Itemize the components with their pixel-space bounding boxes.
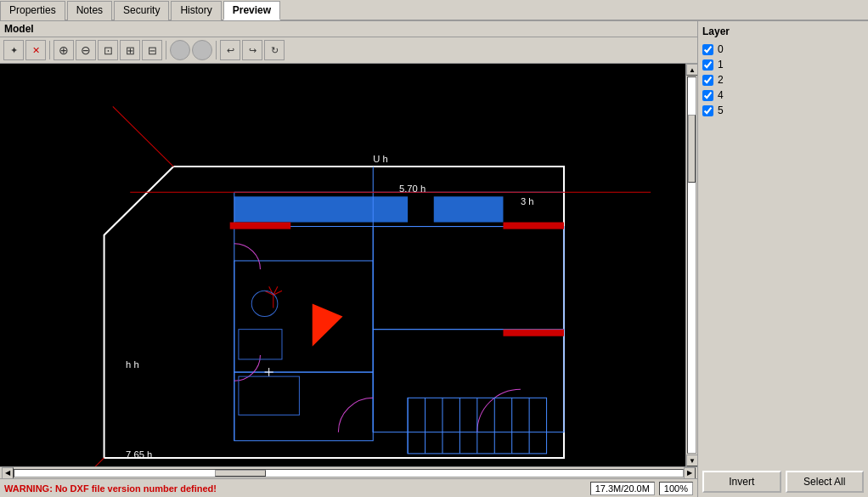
layer-title: Layer bbox=[702, 25, 864, 37]
h-scroll-track[interactable] bbox=[14, 469, 684, 477]
layer-item-1[interactable]: 1 bbox=[702, 57, 864, 72]
status-bar: WARNING: No DXF file version number defi… bbox=[0, 478, 697, 497]
toolbar-sep-3 bbox=[216, 41, 217, 59]
status-zoom: 100% bbox=[659, 482, 693, 495]
toolbar-btn-zoom-extent[interactable]: ⊞ bbox=[120, 40, 140, 60]
toolbar-btn-redo[interactable]: ↪ bbox=[242, 40, 262, 60]
layer-label-2[interactable]: 2 bbox=[718, 74, 724, 86]
layer-item-0[interactable]: 0 bbox=[702, 42, 864, 57]
invert-button[interactable]: Invert bbox=[702, 471, 781, 493]
toolbar-btn-zoom-in[interactable]: ⊕ bbox=[54, 40, 74, 60]
layer-label-0[interactable]: 0 bbox=[718, 43, 724, 55]
layer-buttons: Invert Select All bbox=[702, 471, 864, 493]
blueprint-canvas[interactable] bbox=[0, 64, 685, 466]
layer-checkbox-2[interactable] bbox=[702, 75, 713, 86]
v-scroll-up[interactable]: ▲ bbox=[686, 64, 697, 76]
layer-list: 0 1 2 4 5 bbox=[702, 42, 864, 466]
layer-checkbox-1[interactable] bbox=[702, 59, 713, 71]
tab-security[interactable]: Security bbox=[114, 1, 169, 20]
layer-checkbox-4[interactable] bbox=[702, 90, 713, 101]
tab-notes[interactable]: Notes bbox=[67, 1, 112, 20]
tabs-bar: Properties Notes Security History Previe… bbox=[0, 0, 868, 21]
v-scroll-down[interactable]: ▼ bbox=[686, 455, 697, 466]
toolbar-btn-close[interactable]: ✕ bbox=[25, 40, 46, 60]
toolbar-btn-zoom-fit[interactable]: ⊡ bbox=[98, 40, 118, 60]
toolbar-btn-zoom-window[interactable]: ⊟ bbox=[142, 40, 162, 60]
h-scroll-thumb[interactable] bbox=[215, 470, 266, 477]
tab-properties[interactable]: Properties bbox=[0, 1, 65, 20]
v-scroll-thumb[interactable] bbox=[688, 115, 696, 183]
toolbar: ✦ ✕ ⊕ ⊖ ⊡ ⊞ ⊟ ↩ ↪ ↻ bbox=[0, 37, 697, 64]
toolbar-btn-zoom-out[interactable]: ⊖ bbox=[76, 40, 96, 60]
main-content: Model ✦ ✕ ⊕ ⊖ ⊡ ⊞ ⊟ ↩ ↪ ↻ ▲ bbox=[0, 21, 868, 497]
toolbar-btn-new[interactable]: ✦ bbox=[3, 40, 24, 60]
canvas-wrapper[interactable] bbox=[0, 64, 685, 466]
v-scroll-track[interactable] bbox=[687, 76, 696, 454]
tab-preview[interactable]: Preview bbox=[223, 1, 280, 20]
layer-item-5[interactable]: 5 bbox=[702, 103, 864, 118]
toolbar-btn-undo[interactable]: ↩ bbox=[220, 40, 240, 60]
layer-checkbox-5[interactable] bbox=[702, 105, 713, 116]
layer-label-5[interactable]: 5 bbox=[718, 104, 724, 116]
status-warning: WARNING: No DXF file version number defi… bbox=[4, 483, 586, 494]
h-scrollbar[interactable]: ◀ ▶ bbox=[0, 466, 697, 478]
toolbar-sep-1 bbox=[49, 41, 50, 59]
model-panel: Model ✦ ✕ ⊕ ⊖ ⊡ ⊞ ⊟ ↩ ↪ ↻ ▲ bbox=[0, 21, 698, 497]
layer-checkbox-0[interactable] bbox=[702, 44, 713, 55]
select-all-button[interactable]: Select All bbox=[786, 471, 865, 493]
toolbar-btn-circle2[interactable] bbox=[192, 40, 212, 60]
layer-label-4[interactable]: 4 bbox=[718, 89, 724, 101]
v-scrollbar[interactable]: ▲ ▼ bbox=[685, 64, 697, 466]
toolbar-btn-circle1[interactable] bbox=[170, 40, 190, 60]
canvas-area: ▲ ▼ bbox=[0, 64, 697, 466]
h-scroll-right[interactable]: ▶ bbox=[684, 467, 696, 479]
layer-panel: Layer 0 1 2 4 5 Invert bbox=[698, 21, 868, 497]
layer-item-2[interactable]: 2 bbox=[702, 72, 864, 88]
toolbar-btn-refresh[interactable]: ↻ bbox=[264, 40, 285, 60]
h-scroll-left[interactable]: ◀ bbox=[2, 467, 14, 479]
model-title: Model bbox=[0, 21, 697, 37]
layer-label-1[interactable]: 1 bbox=[718, 59, 724, 71]
toolbar-sep-2 bbox=[166, 41, 166, 59]
layer-item-4[interactable]: 4 bbox=[702, 88, 864, 103]
tab-history[interactable]: History bbox=[171, 1, 221, 20]
status-file-size: 17.3M/20.0M bbox=[590, 482, 655, 495]
